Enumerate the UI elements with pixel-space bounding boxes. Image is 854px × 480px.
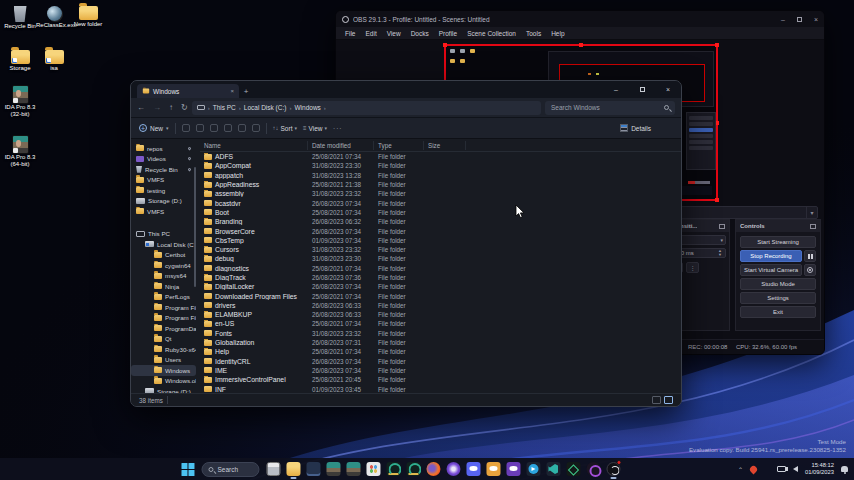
desktop-icon-storage[interactable]: Storage: [2, 50, 38, 72]
taskbar-icon-vscode[interactable]: [544, 460, 561, 479]
breadcrumb[interactable]: › This PC›Local Disk (C:)›Windows›: [192, 101, 541, 115]
capture-handle[interactable]: [715, 43, 719, 47]
taskbar-icon-desktop-app[interactable]: [264, 460, 281, 479]
table-row[interactable]: Downloaded Program Files25/08/2021 07:34…: [200, 291, 681, 300]
column-header-date[interactable]: Date modified: [308, 141, 374, 150]
studio-mode-button[interactable]: Studio Mode: [740, 278, 816, 290]
table-row[interactable]: Cursors31/08/2023 23:32File folder: [200, 245, 681, 254]
tab-close-icon[interactable]: ×: [230, 88, 234, 94]
details-button[interactable]: Details: [620, 124, 651, 132]
breadcrumb-windows[interactable]: Windows: [294, 104, 320, 111]
table-row[interactable]: diagnostics25/08/2021 07:34File folder: [200, 264, 681, 273]
table-row[interactable]: Globalization26/08/2023 07:31File folder: [200, 338, 681, 347]
sidebar-item-cygwin64[interactable]: cygwin64: [131, 260, 196, 271]
table-row[interactable]: AppCompat31/08/2023 23:30File folder: [200, 161, 681, 170]
taskbar-icon-app-grid[interactable]: [364, 460, 381, 479]
taskbar-icon-notepad[interactable]: [304, 460, 321, 479]
maximize-button[interactable]: [629, 81, 655, 97]
desktop-icon-ida-pro-8-3-32-bit[interactable]: IDA Pro 8.3 (32-bit): [2, 86, 38, 118]
sidebar-item-storage-d[interactable]: Storage (D:): [131, 196, 196, 207]
close-button[interactable]: ×: [655, 81, 681, 97]
taskbar-icon-purple-browser[interactable]: [444, 460, 461, 479]
desktop-icon-new-folder[interactable]: New folder: [70, 6, 106, 28]
view-button[interactable]: ≡ View▾: [303, 125, 327, 132]
table-row[interactable]: Branding26/08/2023 06:32File folder: [200, 217, 681, 226]
start-virtual-camera-button[interactable]: Start Virtual Camera: [740, 264, 802, 276]
sidebar-item-users[interactable]: Users: [131, 355, 196, 366]
table-row[interactable]: Help25/08/2021 07:34File folder: [200, 347, 681, 356]
taskbar-icon-diamond-tool[interactable]: [564, 460, 581, 479]
sidebar-item-local-disk-c[interactable]: Local Disk (C:): [131, 239, 196, 250]
table-row[interactable]: IME26/08/2023 07:34File folder: [200, 366, 681, 375]
table-row[interactable]: AppReadiness25/08/2021 21:38File folder: [200, 180, 681, 189]
obs-menu-profile[interactable]: Profile: [434, 30, 462, 37]
rename-button[interactable]: [224, 124, 232, 132]
share-button[interactable]: [238, 124, 246, 132]
start-streaming-button[interactable]: Start Streaming: [740, 236, 816, 248]
column-header-size[interactable]: Size: [424, 141, 466, 150]
obs-minimize-button[interactable]: –: [781, 16, 785, 23]
table-row[interactable]: apppatch31/08/2023 13:28File folder: [200, 171, 681, 180]
taskbar-icon-green-tool-1[interactable]: [384, 460, 401, 479]
minimize-button[interactable]: –: [603, 81, 629, 97]
tray-red-icon[interactable]: [749, 464, 759, 474]
explorer-tab[interactable]: Windows ×: [137, 84, 239, 98]
capture-handle[interactable]: [579, 43, 583, 47]
obs-close-button[interactable]: ×: [814, 16, 818, 23]
table-row[interactable]: Fonts31/08/2023 23:32File folder: [200, 329, 681, 338]
table-row[interactable]: bcastdvr26/08/2023 07:34File folder: [200, 198, 681, 207]
sidebar-item-windows-old[interactable]: Windows.old: [131, 376, 196, 387]
sidebar-item-windows[interactable]: Windows: [131, 365, 196, 376]
obs-menu-file[interactable]: File: [340, 30, 360, 37]
settings-button[interactable]: Settings: [740, 292, 816, 304]
obs-menu-docks[interactable]: Docks: [406, 30, 434, 37]
transition-properties-button[interactable]: ⋮: [686, 262, 699, 273]
volume-network-icon[interactable]: [793, 466, 798, 472]
taskbar-clock[interactable]: 15:48:12 01/09/2023: [805, 462, 834, 476]
table-row[interactable]: DigitalLocker26/08/2023 07:34File folder: [200, 282, 681, 291]
obs-menu-scene-collection[interactable]: Scene Collection: [462, 30, 521, 37]
taskbar-icon-file-explorer[interactable]: [284, 460, 301, 479]
taskbar-icon-telegram[interactable]: [524, 460, 541, 479]
taskbar-icon-discord-dev[interactable]: [504, 460, 521, 479]
tray-overflow-button[interactable]: ⌃: [738, 466, 743, 473]
obs-menu-view[interactable]: View: [382, 30, 406, 37]
sidebar-item-recycle-bin[interactable]: Recycle Bin: [131, 164, 196, 175]
sidebar-item-certbot[interactable]: Certbot: [131, 250, 196, 261]
new-tab-button[interactable]: +: [239, 84, 253, 98]
taskbar-icon-green-tool-2[interactable]: [404, 460, 421, 479]
table-row[interactable]: drivers26/08/2023 06:33File folder: [200, 301, 681, 310]
breadcrumb-this-pc[interactable]: This PC: [213, 104, 236, 111]
copy-button[interactable]: [196, 124, 204, 132]
sidebar-item-vmfs[interactable]: VMFS: [131, 206, 196, 217]
notification-bell-icon[interactable]: [841, 466, 848, 472]
sidebar-item-storage-d[interactable]: Storage (D:): [131, 386, 196, 393]
table-row[interactable]: en-US25/08/2021 07:34File folder: [200, 319, 681, 328]
forward-button[interactable]: →: [153, 103, 161, 112]
back-button[interactable]: ←: [137, 103, 145, 112]
column-header-type[interactable]: Type: [374, 141, 424, 150]
table-row[interactable]: IdentityCRL26/08/2023 07:34File folder: [200, 357, 681, 366]
sidebar-item-msys64[interactable]: msys64: [131, 271, 196, 282]
search-input[interactable]: Search Windows: [545, 101, 675, 115]
spinner-arrows-icon[interactable]: ▲▼: [718, 249, 722, 257]
sidebar-item-vmfs[interactable]: VMFS: [131, 175, 196, 186]
sidebar-item-program-files-x86[interactable]: Program Files (x86): [131, 313, 196, 324]
paste-button[interactable]: [210, 124, 218, 132]
taskbar-icon-ida-pro-64[interactable]: [344, 460, 361, 479]
table-row[interactable]: ImmersiveControlPanel25/08/2021 20:45Fil…: [200, 375, 681, 384]
table-row[interactable]: debug31/08/2023 23:30File folder: [200, 254, 681, 263]
sidebar-item-programdata[interactable]: ProgramData: [131, 323, 196, 334]
obs-menu-tools[interactable]: Tools: [521, 30, 546, 37]
start-button[interactable]: [179, 460, 196, 479]
sort-button[interactable]: ↑↓ Sort▾: [273, 125, 297, 132]
list-view-toggle[interactable]: [652, 396, 661, 404]
sidebar-item-repos[interactable]: repos: [131, 143, 196, 154]
sidebar-item-testing[interactable]: testing: [131, 185, 196, 196]
stop-recording-button[interactable]: Stop Recording: [740, 250, 802, 262]
sidebar-item-program-files[interactable]: Program Files: [131, 302, 196, 313]
cut-button[interactable]: [182, 124, 190, 132]
obs-menu-edit[interactable]: Edit: [360, 30, 381, 37]
sidebar-item-ruby30-x64[interactable]: Ruby30-x64: [131, 344, 196, 355]
desktop-icon-isa[interactable]: isa: [36, 50, 72, 72]
